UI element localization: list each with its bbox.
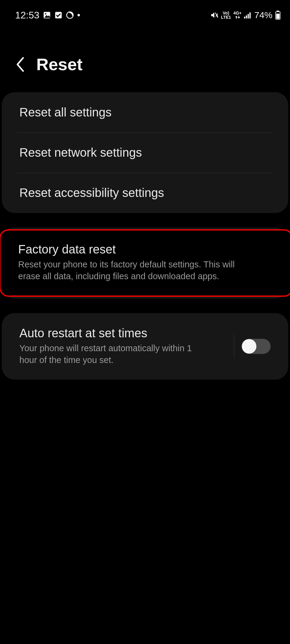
svg-rect-7 — [246, 15, 247, 18]
volte-indicator: Vo) LTE1 — [221, 11, 231, 19]
auto-restart-card: Auto restart at set times Your phone wil… — [2, 313, 288, 379]
row-title: Auto restart at set times — [19, 326, 227, 340]
reset-accessibility-settings-row[interactable]: Reset accessibility settings — [2, 173, 288, 213]
page-header: Reset — [0, 24, 290, 92]
auto-restart-row[interactable]: Auto restart at set times Your phone wil… — [2, 313, 288, 379]
toggle-knob-icon — [242, 339, 256, 354]
status-bar-right: Vo) LTE1 4G+ 74% — [210, 10, 281, 20]
svg-rect-8 — [248, 14, 249, 18]
reset-all-settings-row[interactable]: Reset all settings — [2, 92, 288, 132]
volte-bottom: LTE1 — [221, 15, 231, 19]
back-icon[interactable] — [15, 57, 26, 72]
svg-rect-6 — [244, 17, 245, 18]
battery-icon — [275, 11, 281, 20]
row-title: Reset accessibility settings — [19, 186, 271, 200]
page-title: Reset — [36, 54, 83, 74]
reset-options-card: Reset all settings Reset network setting… — [2, 92, 288, 213]
row-title: Reset network settings — [19, 146, 271, 159]
factory-data-reset-row[interactable]: Factory data reset Reset your phone to i… — [0, 229, 290, 297]
reset-network-settings-row[interactable]: Reset network settings — [2, 132, 288, 173]
update-icon — [66, 11, 74, 19]
netgen-top: 4G+ — [233, 11, 242, 15]
row-title: Reset all settings — [19, 106, 271, 119]
row-subtitle: Your phone will restart automatically wi… — [19, 342, 207, 366]
checkbox-icon — [54, 11, 62, 19]
row-title: Factory data reset — [18, 243, 274, 256]
network-type-indicator: 4G+ — [233, 11, 242, 19]
gallery-icon — [43, 11, 51, 19]
signal-icon — [244, 12, 252, 18]
auto-restart-text: Auto restart at set times Your phone wil… — [19, 326, 227, 366]
svg-rect-9 — [249, 12, 251, 18]
mute-icon — [210, 11, 219, 19]
more-notifications-dot-icon — [77, 14, 80, 16]
data-arrows-icon — [235, 15, 240, 19]
row-subtitle: Reset your phone to its factory default … — [18, 259, 254, 282]
content: Reset all settings Reset network setting… — [0, 92, 290, 380]
auto-restart-toggle[interactable] — [242, 339, 271, 354]
battery-percent: 74% — [254, 10, 272, 20]
status-bar-left: 12:53 — [15, 10, 80, 21]
svg-point-1 — [45, 13, 46, 15]
status-bar: 12:53 Vo) LTE1 4G+ 74% — [0, 0, 290, 24]
toggle-separator — [234, 334, 234, 358]
factory-reset-card: Factory data reset Reset your phone to i… — [2, 227, 288, 299]
volte-top: Vo) — [223, 11, 229, 15]
status-time: 12:53 — [15, 10, 39, 21]
svg-rect-12 — [276, 14, 279, 19]
